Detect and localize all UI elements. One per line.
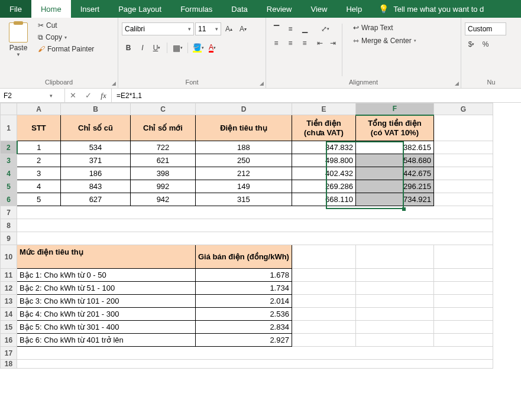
align-top-icon[interactable]: ▔ bbox=[270, 22, 283, 35]
row-header-13[interactable]: 13 bbox=[1, 295, 17, 308]
cell-F2[interactable]: 382.615 bbox=[355, 141, 433, 154]
worksheet-grid[interactable]: A B C D E F G 1 STT Chỉ số cũ Chỉ số mới… bbox=[0, 103, 521, 369]
cell-F10[interactable] bbox=[355, 245, 433, 269]
cell-D4[interactable]: 212 bbox=[196, 167, 292, 180]
cell-E3[interactable]: 498.800 bbox=[292, 154, 355, 167]
row-header-15[interactable]: 15 bbox=[1, 321, 17, 334]
row-header-9[interactable]: 9 bbox=[1, 232, 17, 245]
align-right-icon[interactable]: ≡ bbox=[298, 37, 311, 50]
align-left-icon[interactable]: ≡ bbox=[270, 37, 283, 50]
cut-button[interactable]: ✂ Cut bbox=[35, 20, 96, 31]
font-dialog-launcher-icon[interactable]: ◢ bbox=[260, 80, 264, 86]
cell-B2[interactable]: 534 bbox=[61, 141, 131, 154]
decrease-indent-icon[interactable]: ⇤ bbox=[313, 37, 326, 50]
price-muc-3[interactable]: Bậc 3: Cho kWh từ 101 - 200 bbox=[17, 295, 196, 308]
cell-E10[interactable] bbox=[292, 245, 355, 269]
cell-G14[interactable] bbox=[433, 308, 493, 321]
row-17[interactable] bbox=[17, 347, 493, 360]
font-color-button[interactable]: A▾ bbox=[206, 41, 219, 54]
col-header-G[interactable]: G bbox=[433, 103, 493, 115]
row-9[interactable] bbox=[17, 232, 493, 245]
cell-G12[interactable] bbox=[433, 282, 493, 295]
cell-G6[interactable] bbox=[433, 193, 493, 206]
cell-D5[interactable]: 149 bbox=[196, 180, 292, 193]
price-hdr-gia[interactable]: Giá bán điện (đồng/kWh) bbox=[196, 245, 292, 269]
price-muc-2[interactable]: Bậc 2: Cho kWh từ 51 - 100 bbox=[17, 282, 196, 295]
underline-button[interactable]: U▾ bbox=[150, 41, 163, 54]
row-header-17[interactable]: 17 bbox=[1, 347, 17, 360]
name-box-caret-icon[interactable]: ▾ bbox=[47, 93, 55, 99]
tab-page-layout[interactable]: Page Layout bbox=[109, 0, 171, 18]
align-center-icon[interactable]: ≡ bbox=[284, 37, 297, 50]
price-hdr-muc[interactable]: Mức điện tiêu thụ bbox=[17, 245, 196, 269]
col-header-D[interactable]: D bbox=[196, 103, 292, 115]
cell-G2[interactable] bbox=[433, 141, 493, 154]
hdr-dien-tieu-thu[interactable]: Điện tiêu thụ bbox=[196, 115, 292, 141]
price-gia-5[interactable]: 2.834 bbox=[196, 321, 292, 334]
paste-button[interactable]: Paste ▼ bbox=[7, 43, 30, 58]
cell-G10[interactable] bbox=[433, 245, 493, 269]
select-all-corner[interactable] bbox=[1, 103, 17, 115]
col-header-E[interactable]: E bbox=[292, 103, 355, 115]
orientation-button[interactable]: ⤢▾ bbox=[313, 22, 337, 35]
paste-icon[interactable] bbox=[9, 22, 28, 43]
align-bottom-icon[interactable]: ▁ bbox=[298, 22, 311, 35]
cell-A2[interactable]: 1 bbox=[17, 141, 61, 154]
name-box[interactable]: ▾ bbox=[0, 89, 65, 102]
increase-indent-icon[interactable]: ⇥ bbox=[326, 37, 339, 50]
row-header-8[interactable]: 8 bbox=[1, 219, 17, 232]
cell-E16[interactable] bbox=[292, 334, 355, 347]
row-header-1[interactable]: 1 bbox=[1, 115, 17, 141]
bold-button[interactable]: B bbox=[122, 41, 135, 54]
price-muc-4[interactable]: Bậc 4: Cho kWh từ 201 - 300 bbox=[17, 308, 196, 321]
tell-me[interactable]: 💡 Tell me what you want to d bbox=[371, 0, 521, 18]
italic-button[interactable]: I bbox=[136, 41, 149, 54]
alignment-dialog-launcher-icon[interactable]: ◢ bbox=[455, 80, 459, 86]
row-18[interactable] bbox=[17, 360, 493, 369]
decrease-font-icon[interactable]: A▾ bbox=[237, 22, 250, 35]
cell-B4[interactable]: 186 bbox=[61, 167, 131, 180]
cell-C4[interactable]: 398 bbox=[131, 167, 196, 180]
cell-C3[interactable]: 621 bbox=[131, 154, 196, 167]
cell-E13[interactable] bbox=[292, 295, 355, 308]
cell-B5[interactable]: 843 bbox=[61, 180, 131, 193]
hdr-stt[interactable]: STT bbox=[17, 115, 61, 141]
cell-G13[interactable] bbox=[433, 295, 493, 308]
cell-F3[interactable]: 548.680 bbox=[355, 154, 433, 167]
price-gia-1[interactable]: 1.678 bbox=[196, 269, 292, 282]
cell-F5[interactable]: 296.215 bbox=[355, 180, 433, 193]
price-gia-6[interactable]: 2.927 bbox=[196, 334, 292, 347]
price-muc-5[interactable]: Bậc 5: Cho kWh từ 301 - 400 bbox=[17, 321, 196, 334]
hdr-chi-so-cu[interactable]: Chỉ số cũ bbox=[61, 115, 131, 141]
cell-F16[interactable] bbox=[355, 334, 433, 347]
cell-B3[interactable]: 371 bbox=[61, 154, 131, 167]
row-header-2[interactable]: 2 bbox=[1, 141, 17, 154]
cell-F13[interactable] bbox=[355, 295, 433, 308]
tab-review[interactable]: Review bbox=[257, 0, 302, 18]
tab-file[interactable]: File bbox=[0, 0, 31, 18]
tab-formulas[interactable]: Formulas bbox=[171, 0, 222, 18]
increase-font-icon[interactable]: A▴ bbox=[222, 22, 235, 35]
border-button[interactable]: ▦▾ bbox=[171, 41, 184, 54]
cell-A5[interactable]: 4 bbox=[17, 180, 61, 193]
cell-E4[interactable]: 402.432 bbox=[292, 167, 355, 180]
cell-G3[interactable] bbox=[433, 154, 493, 167]
cell-D3[interactable]: 250 bbox=[196, 154, 292, 167]
tab-view[interactable]: View bbox=[301, 0, 336, 18]
col-header-A[interactable]: A bbox=[17, 103, 61, 115]
tab-home[interactable]: Home bbox=[31, 0, 71, 18]
col-header-B[interactable]: B bbox=[61, 103, 131, 115]
row-header-7[interactable]: 7 bbox=[1, 206, 17, 219]
cell-C5[interactable]: 992 bbox=[131, 180, 196, 193]
align-middle-icon[interactable]: ≡ bbox=[284, 22, 297, 35]
price-gia-3[interactable]: 2.014 bbox=[196, 295, 292, 308]
price-muc-1[interactable]: Bậc 1: Cho kWh từ 0 - 50 bbox=[17, 269, 196, 282]
cell-G5[interactable] bbox=[433, 180, 493, 193]
cell-D6[interactable]: 315 bbox=[196, 193, 292, 206]
cell-F12[interactable] bbox=[355, 282, 433, 295]
cell-F14[interactable] bbox=[355, 308, 433, 321]
cell-G11[interactable] bbox=[433, 269, 493, 282]
cell-D2[interactable]: 188 bbox=[196, 141, 292, 154]
col-header-F[interactable]: F bbox=[355, 103, 433, 115]
tab-data[interactable]: Data bbox=[222, 0, 257, 18]
